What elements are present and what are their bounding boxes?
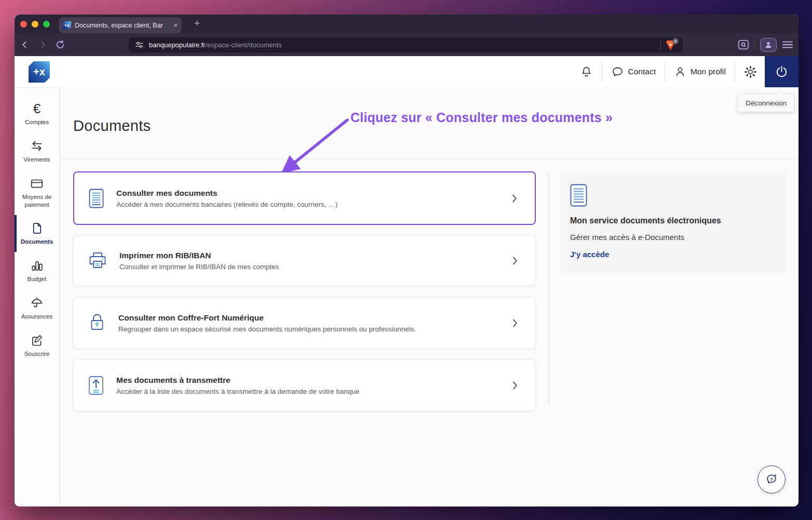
umbrella-icon — [30, 296, 44, 310]
shield-badge: 6 — [672, 38, 679, 44]
card-imprimer-rib-iban[interactable]: Imprimer mon RIB/IBAN Consulter et impri… — [73, 235, 536, 286]
service-card-text: Gérer mes accès à e-Documents — [570, 233, 777, 242]
profile-icon — [764, 41, 773, 49]
divider — [660, 41, 661, 49]
menu-icon[interactable] — [782, 40, 793, 49]
chevron-right-icon — [509, 380, 521, 391]
browser-window: +x Documents, espace client, Ban × + — [15, 15, 799, 506]
transfer-icon — [30, 139, 44, 153]
sidebar-item-label: Budget — [28, 275, 46, 283]
divider — [735, 62, 735, 82]
page-content: +x Contact — [15, 56, 799, 506]
sidebar: € Comptes Virements Moyens de paiement — [15, 87, 60, 506]
document-lines-icon — [89, 189, 104, 208]
site-settings-icon[interactable] — [135, 41, 144, 49]
url-path: /espace-client/documents — [205, 41, 281, 49]
logout-button[interactable] — [765, 56, 799, 87]
sidebar-item-virements[interactable]: Virements — [15, 132, 59, 170]
sidebar-item-label: Assurances — [21, 313, 52, 321]
svg-text:?: ? — [770, 476, 773, 482]
contact-label: Contact — [628, 67, 656, 76]
tab-title: Documents, espace client, Ban — [75, 22, 163, 29]
profile-button[interactable]: Mon profil — [674, 65, 726, 78]
tab-close-icon[interactable]: × — [173, 21, 178, 29]
sidebar-item-label: Virements — [23, 156, 50, 164]
reload-icon[interactable] — [53, 37, 67, 52]
sidebar-item-moyens-de-paiement[interactable]: Moyens de paiement — [15, 170, 59, 215]
sidebar-item-comptes[interactable]: € Comptes — [15, 95, 59, 132]
new-tab-button[interactable]: + — [190, 18, 204, 29]
card-subtitle: Accéder à mes documents bancaires (relev… — [116, 201, 337, 208]
traffic-lights — [20, 21, 50, 28]
chevron-right-icon — [509, 317, 521, 329]
lock-icon — [88, 313, 106, 333]
sidebar-item-label: Moyens de paiement — [19, 193, 55, 209]
divider — [602, 62, 602, 82]
annotation-arrow — [277, 117, 355, 177]
bar-chart-icon — [30, 259, 44, 272]
notifications-button[interactable] — [580, 65, 593, 78]
card-title: Imprimer mon RIB/IBAN — [119, 251, 279, 260]
card-coffre-fort-numerique[interactable]: Consulter mon Coffre-Fort Numérique Regr… — [73, 297, 536, 349]
document-icon — [31, 222, 44, 235]
upload-icon — [88, 376, 104, 395]
sidebar-item-documents[interactable]: Documents — [15, 215, 59, 252]
card-icon — [30, 177, 44, 190]
bank-header: +x Contact — [15, 56, 799, 87]
divider — [548, 172, 549, 405]
page-title: Documents — [73, 117, 151, 135]
card-subtitle: Regrouper dans un espace sécurisé mes do… — [118, 325, 416, 333]
forward-icon[interactable] — [35, 37, 50, 52]
sidebar-item-budget[interactable]: Budget — [15, 252, 59, 289]
gear-icon — [744, 65, 757, 78]
card-documents-a-transmettre[interactable]: Mes documents à transmettre Accéder à la… — [73, 359, 536, 411]
divider — [60, 158, 799, 159]
zoom-window-button[interactable] — [43, 21, 50, 28]
printer-icon — [88, 251, 107, 270]
bell-icon — [580, 65, 593, 78]
document-lines-icon — [570, 184, 587, 207]
sidebar-item-souscrire[interactable]: Souscrire — [15, 327, 59, 364]
card-title: Mes documents à transmettre — [116, 376, 359, 385]
sidebar-item-assurances[interactable]: Assurances — [15, 289, 59, 327]
contact-button[interactable]: Contact — [611, 65, 656, 78]
divider — [665, 62, 665, 82]
card-consulter-mes-documents[interactable]: Consulter mes documents Accéder à mes do… — [73, 171, 536, 225]
euro-icon: € — [33, 102, 40, 115]
card-title: Consulter mon Coffre-Fort Numérique — [118, 313, 416, 323]
card-title: Consulter mes documents — [116, 189, 337, 198]
chat-bubble-icon — [611, 65, 624, 78]
close-window-button[interactable] — [20, 21, 27, 28]
person-icon — [674, 65, 686, 78]
browser-tab[interactable]: +x Documents, espace client, Ban × — [59, 17, 182, 33]
annotation-text: Cliquez sur « Consulter mes documents » — [350, 110, 613, 125]
help-chat-button[interactable]: ? — [757, 465, 786, 494]
settings-button[interactable] — [744, 65, 757, 78]
brave-shield-icon[interactable]: 6 — [666, 39, 676, 50]
minimize-window-button[interactable] — [32, 21, 38, 28]
sidebar-item-label: Documents — [21, 238, 53, 246]
help-chat-icon: ? — [764, 472, 779, 487]
address-bar[interactable]: banquepopulaire.fr/espace-client/documen… — [129, 37, 683, 52]
browser-profile-button[interactable] — [760, 38, 777, 52]
tab-favicon: +x — [63, 21, 71, 30]
divider — [754, 40, 755, 49]
chevron-right-icon — [509, 255, 521, 266]
service-documents-card: Mon service documents électroniques Gére… — [561, 171, 787, 273]
back-icon[interactable] — [18, 37, 32, 52]
power-icon — [775, 65, 789, 79]
service-card-title: Mon service documents électroniques — [570, 216, 777, 225]
bank-logo[interactable]: +x — [29, 61, 50, 83]
url-domain: banquepopulaire.fr — [149, 41, 205, 49]
service-card-link[interactable]: J'y accède — [570, 250, 609, 259]
browser-tabbar: +x Documents, espace client, Ban × + — [15, 15, 799, 33]
logout-tooltip: Déconnexion — [738, 95, 794, 112]
main-area: Documents Cliquez sur « Consulter mes do… — [60, 87, 799, 506]
sidebar-item-label: Comptes — [25, 118, 49, 126]
sidebar-item-label: Souscrire — [24, 350, 50, 358]
sidebar-search-icon[interactable] — [738, 39, 749, 50]
card-subtitle: Accéder à la liste des documents à trans… — [116, 388, 359, 395]
card-subtitle: Consulter et imprimer le RIB/IBAN de mes… — [119, 263, 279, 271]
chevron-right-icon — [509, 193, 520, 204]
browser-toolbar-right — [738, 33, 793, 56]
